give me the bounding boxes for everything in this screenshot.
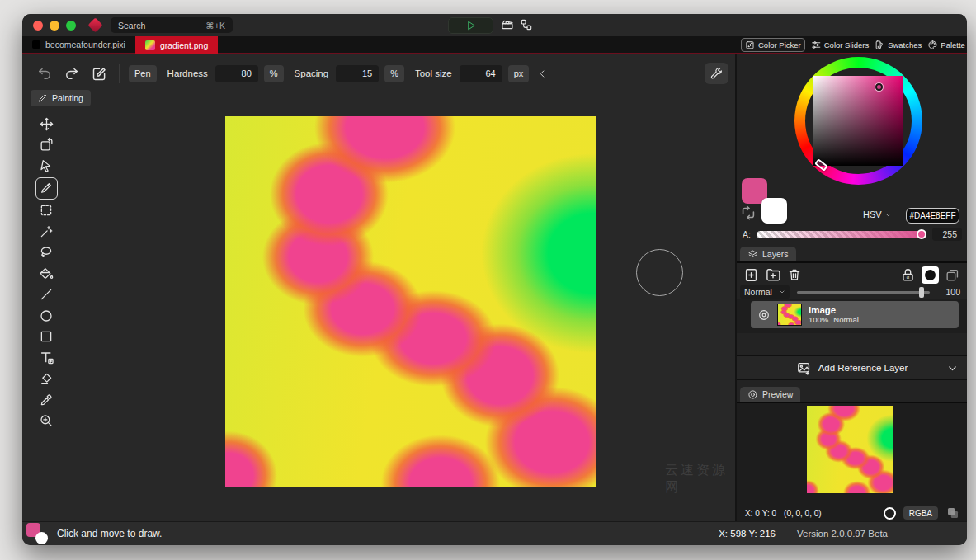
tool-settings-button[interactable] <box>705 63 728 84</box>
layers-panel-tab[interactable]: Layers <box>740 247 796 261</box>
caret-down-icon <box>884 211 892 219</box>
tab-color-picker[interactable]: Color Picker <box>741 38 805 52</box>
alpha-row: A: 255 <box>743 228 962 240</box>
search-shortcut: ⌘+K <box>205 21 225 31</box>
document-tab-gradient[interactable]: gradient.png <box>135 36 218 54</box>
alpha-slider-handle[interactable] <box>917 229 926 239</box>
tool-move[interactable] <box>35 114 58 134</box>
blend-mode-dropdown[interactable]: Normal <box>740 285 790 299</box>
watermark-text: 云速资源网 <box>665 462 735 496</box>
preview-panel-tab[interactable]: Preview <box>740 387 800 402</box>
visibility-eye-icon[interactable] <box>757 308 771 322</box>
mode-chip-painting[interactable]: Painting <box>31 90 91 106</box>
statusbar-color-swatches[interactable] <box>22 522 57 546</box>
document-tab-becomeafounder[interactable]: becomeafounder.pixi <box>22 36 135 53</box>
cursor-coordinates: X: 598 Y: 216 <box>719 529 776 539</box>
statusbar-secondary-swatch[interactable] <box>35 532 48 544</box>
opacity-value[interactable]: 100 <box>937 287 960 297</box>
add-reference-layer-button[interactable]: Add Reference Layer <box>737 355 967 380</box>
collapse-toolbar-button[interactable] <box>535 63 549 84</box>
tool-text[interactable] <box>35 348 58 368</box>
tool-size-input[interactable]: 64 <box>460 65 502 82</box>
tool-eyedropper[interactable] <box>35 390 58 410</box>
animation-button[interactable] <box>501 18 514 31</box>
swatch-book-icon <box>875 40 885 50</box>
undo-button[interactable] <box>34 63 55 84</box>
add-layer-icon[interactable] <box>743 267 759 283</box>
move-icon <box>39 116 54 132</box>
sliders-icon <box>811 40 822 50</box>
alpha-value[interactable]: 255 <box>932 228 962 241</box>
color-circle-icon[interactable] <box>884 507 896 520</box>
edit-button[interactable] <box>88 63 110 84</box>
hex-color-field[interactable]: #DA4E8EFF <box>906 208 959 224</box>
tool-rectangle[interactable] <box>35 327 58 346</box>
zoom-in-icon <box>39 413 54 428</box>
tool-marquee[interactable] <box>35 200 58 220</box>
search-input[interactable]: Search ⌘+K <box>111 17 233 33</box>
hue-wheel[interactable] <box>794 57 922 185</box>
pencil-square-icon <box>745 40 756 50</box>
tool-palette <box>34 114 59 431</box>
transform-icon <box>39 137 54 153</box>
lock-alpha-icon[interactable]: α <box>900 267 916 283</box>
marquee-icon <box>39 203 54 218</box>
canvas-area: Pen Hardness 80 % Spacing 15 % Tool size… <box>22 54 737 521</box>
close-window-button[interactable] <box>33 21 43 31</box>
chevron-down-icon[interactable] <box>946 362 959 374</box>
minimize-window-button[interactable] <box>50 21 59 31</box>
tool-magic-wand[interactable] <box>35 222 58 242</box>
app-logo-icon <box>87 17 102 32</box>
tool-select[interactable] <box>35 156 58 176</box>
hardness-unit: % <box>264 65 284 82</box>
tool-fill[interactable] <box>35 264 58 284</box>
saturation-value-square[interactable] <box>813 76 903 166</box>
delete-layer-icon[interactable] <box>787 267 802 282</box>
mask-toggle[interactable] <box>922 266 939 284</box>
rectangle-icon <box>39 329 54 344</box>
opacity-slider-handle[interactable] <box>919 287 924 298</box>
sv-marker[interactable] <box>875 83 883 91</box>
tool-eraser[interactable] <box>35 369 58 388</box>
tool-pen[interactable] <box>35 177 58 200</box>
version-control-button[interactable] <box>520 18 533 31</box>
titlebar: Search ⌘+K <box>22 14 967 36</box>
layer-row-image[interactable]: Image 100% Normal <box>751 301 959 328</box>
spacing-input[interactable]: 15 <box>336 65 379 82</box>
spacing-unit: % <box>384 65 404 82</box>
opacity-slider[interactable] <box>797 291 930 294</box>
tool-ellipse[interactable] <box>35 306 58 326</box>
layered-squares-icon[interactable] <box>945 506 960 520</box>
tool-transform[interactable] <box>35 135 58 155</box>
merge-layers-icon[interactable] <box>945 267 960 283</box>
text-icon <box>39 350 54 365</box>
maximize-window-button[interactable] <box>66 21 76 31</box>
layers-stack-icon <box>747 249 758 260</box>
brush-cursor-preview <box>636 249 683 296</box>
color-mode-chip[interactable]: RGBA <box>903 506 938 520</box>
document-thumbnail-icon <box>145 40 155 50</box>
color-model-dropdown[interactable]: HSV <box>863 209 892 219</box>
tab-color-sliders[interactable]: Color Sliders <box>811 40 869 50</box>
preview-thumbnail <box>807 406 893 493</box>
play-button[interactable] <box>448 17 493 34</box>
pixel-y: Y: 0 <box>762 509 776 518</box>
layers-toolbar: α <box>743 266 960 284</box>
tab-swatches[interactable]: Swatches <box>875 40 922 50</box>
brush-icon <box>38 93 48 103</box>
tool-line[interactable] <box>35 285 58 304</box>
tool-options-toolbar: Pen Hardness 80 % Spacing 15 % Tool size… <box>34 62 728 85</box>
add-group-icon[interactable] <box>765 266 781 283</box>
hardness-input[interactable]: 80 <box>215 65 258 82</box>
right-panel: HSV #DA4E8EFF A: 255 Layers α <box>737 54 967 521</box>
pixel-x: X: 0 <box>745 509 760 518</box>
tool-lasso[interactable] <box>35 242 58 262</box>
redo-button[interactable] <box>61 63 83 84</box>
wrench-icon <box>710 67 724 81</box>
drawing-canvas[interactable] <box>225 116 596 487</box>
alpha-slider[interactable] <box>757 231 926 238</box>
tool-zoom[interactable] <box>35 411 58 431</box>
secondary-color-swatch[interactable] <box>761 198 787 224</box>
tab-palette[interactable]: Palette <box>927 40 965 50</box>
swap-colors-button[interactable] <box>739 204 757 222</box>
